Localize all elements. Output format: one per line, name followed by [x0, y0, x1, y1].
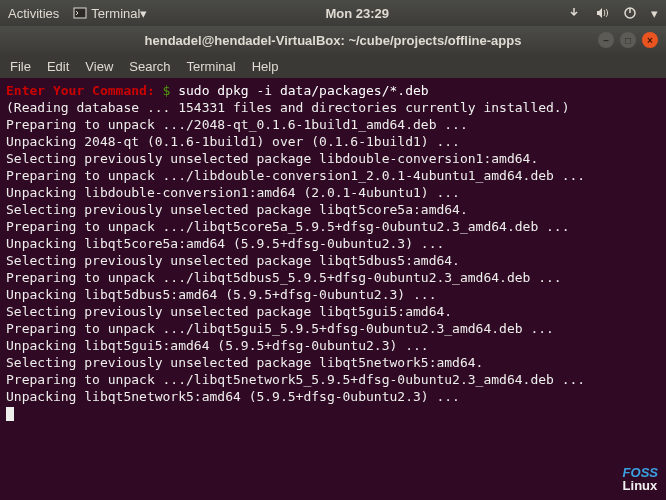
- network-icon[interactable]: [567, 6, 581, 20]
- command-text: sudo dpkg -i data/packages/*.deb: [178, 83, 428, 98]
- volume-icon[interactable]: [595, 6, 609, 20]
- power-icon[interactable]: [623, 6, 637, 20]
- minimize-button[interactable]: –: [598, 32, 614, 48]
- terminal-viewport[interactable]: Enter Your Command: $ sudo dpkg -i data/…: [0, 78, 666, 500]
- activities-button[interactable]: Activities: [8, 6, 59, 21]
- menu-file[interactable]: File: [10, 59, 31, 74]
- menu-terminal[interactable]: Terminal: [187, 59, 236, 74]
- prompt-label: Enter Your Command:: [6, 83, 155, 98]
- menubar: File Edit View Search Terminal Help: [0, 54, 666, 78]
- gnome-topbar: Activities Terminal ▾ Mon 23:29 ▾: [0, 0, 666, 26]
- menu-view[interactable]: View: [85, 59, 113, 74]
- menu-edit[interactable]: Edit: [47, 59, 69, 74]
- close-button[interactable]: ×: [642, 32, 658, 48]
- watermark: FOSS Linux: [623, 466, 658, 492]
- menu-search[interactable]: Search: [129, 59, 170, 74]
- terminal-app-indicator[interactable]: Terminal ▾: [73, 6, 147, 21]
- maximize-button[interactable]: □: [620, 32, 636, 48]
- window-titlebar: hendadel@hendadel-VirtualBox: ~/cube/pro…: [0, 26, 666, 54]
- cursor: [6, 407, 14, 421]
- prompt-symbol: $: [155, 83, 178, 98]
- menu-help[interactable]: Help: [252, 59, 279, 74]
- svg-rect-0: [74, 8, 86, 18]
- system-menu-chevron-icon[interactable]: ▾: [651, 6, 658, 21]
- terminal-output: (Reading database ... 154331 files and d…: [6, 100, 585, 404]
- window-title: hendadel@hendadel-VirtualBox: ~/cube/pro…: [8, 33, 658, 48]
- clock[interactable]: Mon 23:29: [147, 6, 567, 21]
